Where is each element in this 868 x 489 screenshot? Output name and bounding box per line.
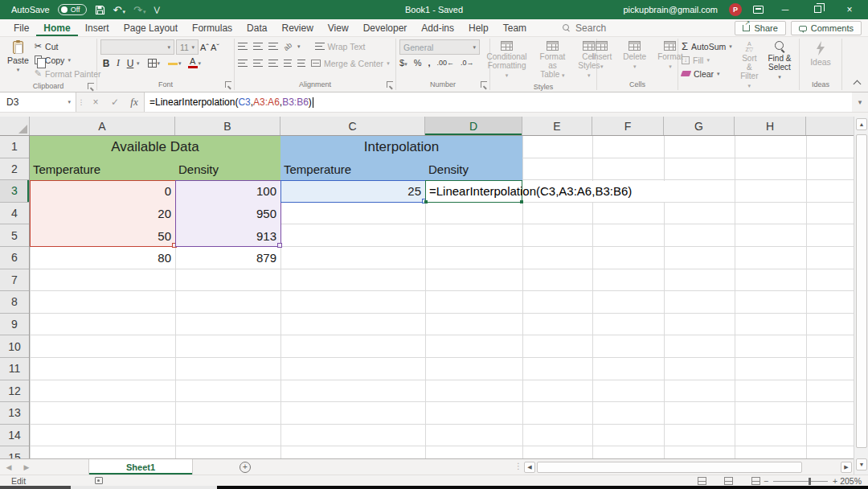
cell-c2-temperature-header[interactable]: Temperature xyxy=(280,158,425,181)
cell-d2-density-header[interactable]: Density xyxy=(425,158,522,181)
borders-icon[interactable] xyxy=(148,59,157,68)
cell-a3[interactable]: 0 xyxy=(30,180,175,203)
row-header-12[interactable]: 12 xyxy=(0,380,29,403)
vertical-scrollbar[interactable]: ▲ ▼ xyxy=(854,117,868,475)
zoom-level[interactable]: 205% xyxy=(840,476,862,486)
cell-a4[interactable]: 20 xyxy=(30,203,175,225)
column-header-partial[interactable] xyxy=(806,117,854,135)
align-center-icon[interactable] xyxy=(253,60,263,67)
scroll-up-icon[interactable]: ▲ xyxy=(856,118,867,130)
format-painter-button[interactable]: ✎Format Painter xyxy=(35,67,101,80)
search-box[interactable]: Search xyxy=(563,19,606,36)
underline-dropdown-icon[interactable]: ▾ xyxy=(137,60,140,67)
increase-font-icon[interactable]: Aˆ xyxy=(200,43,209,52)
clear-button[interactable]: Clear▾ xyxy=(682,67,732,80)
orientation-dropdown-icon[interactable]: ▾ xyxy=(297,43,301,50)
autosave-toggle[interactable]: Off xyxy=(58,4,87,15)
format-as-table-button[interactable]: Format asTable ▾ xyxy=(536,39,570,81)
tab-bar-splitter[interactable]: ⋮ xyxy=(514,462,522,471)
tab-view[interactable]: View xyxy=(321,19,356,36)
cell-c1-interpolation-title[interactable]: Interpolation xyxy=(280,136,522,158)
expand-formula-bar-icon[interactable]: ▾ xyxy=(852,92,868,112)
next-sheet-icon[interactable]: ▶ xyxy=(18,459,35,475)
align-right-icon[interactable] xyxy=(268,60,278,67)
fill-color-button[interactable] xyxy=(168,62,178,65)
column-header-e[interactable]: E xyxy=(522,117,592,135)
ribbon-display-options-icon[interactable] xyxy=(753,6,764,14)
cell-c3[interactable]: 25 xyxy=(280,180,425,203)
font-dialog-launcher[interactable] xyxy=(225,81,231,88)
scroll-right-icon[interactable]: ▶ xyxy=(841,462,852,473)
increase-indent-icon[interactable] xyxy=(297,60,305,67)
collapse-ribbon-icon[interactable] xyxy=(854,80,862,88)
number-format-dropdown[interactable]: General▾ xyxy=(399,39,480,55)
column-header-g[interactable]: G xyxy=(664,117,735,135)
number-dialog-launcher[interactable] xyxy=(481,81,487,88)
tab-developer[interactable]: Developer xyxy=(356,19,415,36)
row-header-2[interactable]: 2 xyxy=(0,158,29,181)
decrease-font-icon[interactable]: Aˇ xyxy=(211,43,219,52)
cell-b3[interactable]: 100 xyxy=(175,180,280,203)
decrease-decimal-button[interactable]: .0→ xyxy=(461,59,474,67)
row-header-15[interactable]: 15 xyxy=(0,446,29,458)
comma-style-button[interactable]: , xyxy=(428,58,430,68)
macro-record-icon[interactable] xyxy=(95,477,103,484)
restore-button[interactable] xyxy=(807,4,828,15)
ideas-button[interactable]: Ideas xyxy=(806,39,835,79)
row-header-11[interactable]: 11 xyxy=(0,358,29,380)
borders-dropdown-icon[interactable]: ▾ xyxy=(158,60,161,67)
column-header-b[interactable]: B xyxy=(175,117,280,135)
cell-b6[interactable]: 879 xyxy=(175,247,280,269)
italic-button[interactable]: I xyxy=(113,57,124,69)
sheet-tab-sheet1[interactable]: Sheet1 xyxy=(88,459,193,475)
row-header-8[interactable]: 8 xyxy=(0,291,29,314)
increase-decimal-button[interactable]: .00← xyxy=(436,59,454,67)
row-header-7[interactable]: 7 xyxy=(0,269,29,292)
underline-button[interactable]: U xyxy=(125,58,136,69)
zoom-in-icon[interactable]: + xyxy=(833,476,837,486)
minimize-button[interactable]: ─ xyxy=(775,4,796,15)
fill-color-dropdown-icon[interactable]: ▾ xyxy=(178,60,182,67)
tab-page-layout[interactable]: Page Layout xyxy=(117,19,185,36)
row-header-13[interactable]: 13 xyxy=(0,402,29,425)
tab-add-ins[interactable]: Add-ins xyxy=(414,19,461,36)
cell-a5[interactable]: 50 xyxy=(30,224,175,247)
cut-button[interactable]: ✂Cut xyxy=(35,39,101,53)
previous-sheet-icon[interactable]: ◀ xyxy=(0,459,18,475)
page-break-view-icon[interactable] xyxy=(751,477,760,485)
font-name-dropdown[interactable]: ▾ xyxy=(100,39,174,55)
zoom-out-icon[interactable]: − xyxy=(764,476,768,486)
paste-dropdown-icon[interactable]: ▾ xyxy=(17,67,20,73)
cell-a1-available-data-title[interactable]: Available Data xyxy=(30,136,280,158)
align-left-icon[interactable] xyxy=(238,60,248,67)
redo-icon[interactable]: ↷▾ xyxy=(133,5,145,15)
insert-function-button[interactable]: fx xyxy=(125,92,144,112)
copy-button[interactable]: Copy▾ xyxy=(35,53,101,67)
tab-formulas[interactable]: Formulas xyxy=(185,19,240,36)
column-header-h[interactable]: H xyxy=(735,117,806,135)
row-header-14[interactable]: 14 xyxy=(0,425,29,447)
conditional-formatting-button[interactable]: ConditionalFormatting ▾ xyxy=(483,39,531,81)
tab-data[interactable]: Data xyxy=(240,19,274,36)
customize-toolbar-icon[interactable]: ⋁ xyxy=(154,6,159,14)
select-all-corner[interactable] xyxy=(0,117,30,135)
tab-file[interactable]: File xyxy=(6,19,36,36)
name-box[interactable]: D3 ▾ xyxy=(0,92,76,112)
fill-button[interactable]: ↓Fill▾ xyxy=(682,53,732,67)
column-header-d[interactable]: D xyxy=(425,117,522,135)
formula-bar-resize-handle[interactable]: ⋮ xyxy=(76,92,86,112)
row-header-1[interactable]: 1 xyxy=(0,136,29,158)
worksheet-grid[interactable]: A B C D E F G H 1 2 3 4 5 6 7 8 9 10 11 … xyxy=(0,117,854,458)
wrap-text-button[interactable]: Wrap Text xyxy=(315,39,366,53)
alignment-dialog-launcher[interactable] xyxy=(387,81,393,88)
share-button[interactable]: Share xyxy=(735,21,785,35)
column-header-f[interactable]: F xyxy=(592,117,664,135)
accounting-format-button[interactable]: $▾ xyxy=(399,58,407,68)
name-box-dropdown-icon[interactable]: ▾ xyxy=(68,99,71,105)
scroll-down-icon[interactable]: ▼ xyxy=(856,458,867,471)
close-button[interactable]: × xyxy=(839,4,860,15)
autosum-button[interactable]: ΣAutoSum▾ xyxy=(682,39,732,53)
row-header-5[interactable]: 5 xyxy=(0,224,29,247)
row-header-10[interactable]: 10 xyxy=(0,335,29,358)
cell-b4[interactable]: 950 xyxy=(175,203,280,225)
